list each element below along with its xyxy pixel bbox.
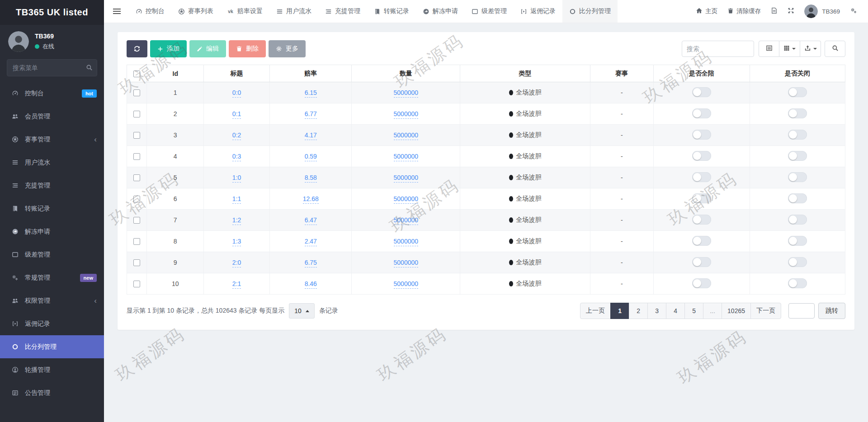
title-link[interactable]: 0:2 bbox=[232, 131, 241, 140]
table-search-input[interactable] bbox=[682, 41, 754, 57]
sidebar-item-用户流水[interactable]: 用户流水 bbox=[0, 151, 104, 174]
edit-button[interactable]: 编辑 bbox=[189, 40, 226, 57]
odds-link[interactable]: 2.47 bbox=[305, 238, 317, 246]
sidebar-item-控制台[interactable]: 控制台 hot bbox=[0, 82, 104, 105]
col-header-closed[interactable]: 是否关闭 bbox=[750, 65, 845, 82]
close-toggle[interactable] bbox=[788, 108, 807, 118]
menu-toggle-button[interactable] bbox=[112, 5, 122, 18]
title-link[interactable]: 1:2 bbox=[232, 216, 241, 225]
jump-page-input[interactable] bbox=[788, 303, 815, 319]
col-header-title[interactable]: 标题 bbox=[204, 65, 270, 82]
full-pay-toggle[interactable] bbox=[692, 215, 711, 225]
gears-button[interactable] bbox=[850, 7, 857, 15]
col-header-qty[interactable]: 数量 bbox=[352, 65, 460, 82]
qty-link[interactable]: 5000000 bbox=[394, 280, 419, 289]
sidebar-item-常规管理[interactable]: 常规管理 new bbox=[0, 266, 104, 289]
close-toggle[interactable] bbox=[788, 236, 807, 246]
col-header-match[interactable]: 赛事 bbox=[590, 65, 653, 82]
nav-tab-赔率设置[interactable]: vk 赔率设置 bbox=[220, 0, 269, 23]
close-toggle[interactable] bbox=[788, 257, 807, 267]
search-button[interactable] bbox=[825, 41, 845, 57]
title-link[interactable]: 1:3 bbox=[232, 238, 241, 246]
qty-link[interactable]: 5000000 bbox=[394, 259, 419, 267]
qty-link[interactable]: 5000000 bbox=[394, 110, 419, 119]
qty-link[interactable]: 5000000 bbox=[394, 131, 419, 140]
more-button[interactable]: 更多 bbox=[269, 40, 306, 57]
prev-page-button[interactable]: 上一页 bbox=[580, 303, 611, 319]
qty-link[interactable]: 5000000 bbox=[394, 174, 419, 183]
row-checkbox[interactable] bbox=[133, 259, 140, 266]
close-toggle[interactable] bbox=[788, 193, 807, 203]
qty-link[interactable]: 5000000 bbox=[394, 153, 419, 161]
sidebar-item-解冻申请[interactable]: 解冻申请 bbox=[0, 220, 104, 243]
title-link[interactable]: 0:0 bbox=[232, 89, 241, 98]
close-toggle[interactable] bbox=[788, 215, 807, 225]
odds-link[interactable]: 8.58 bbox=[305, 174, 317, 183]
sidebar-item-赛事管理[interactable]: 赛事管理 ‹ bbox=[0, 128, 104, 151]
sidebar-item-充提管理[interactable]: 充提管理 bbox=[0, 174, 104, 197]
row-checkbox[interactable] bbox=[133, 196, 140, 202]
export-button[interactable] bbox=[800, 41, 821, 57]
page-button-5[interactable]: 5 bbox=[684, 303, 703, 319]
col-header-full-pay[interactable]: 是否全陪 bbox=[653, 65, 750, 82]
qty-link[interactable]: 5000000 bbox=[394, 195, 419, 204]
page-button-1[interactable]: 1 bbox=[610, 303, 629, 319]
full-pay-toggle[interactable] bbox=[692, 257, 711, 267]
nav-tab-比分列管理[interactable]: 比分列管理 bbox=[562, 0, 618, 23]
page-button-10265[interactable]: 10265 bbox=[722, 303, 751, 319]
fullscreen-button[interactable] bbox=[788, 7, 794, 15]
row-checkbox[interactable] bbox=[133, 238, 140, 245]
col-header-odds[interactable]: 赔率 bbox=[270, 65, 352, 82]
jump-button[interactable]: 跳转 bbox=[818, 303, 845, 319]
title-link[interactable]: 1:1 bbox=[232, 195, 241, 204]
row-checkbox[interactable] bbox=[133, 174, 140, 181]
delete-button[interactable]: 删除 bbox=[229, 40, 266, 57]
qty-link[interactable]: 5000000 bbox=[394, 89, 419, 98]
full-pay-toggle[interactable] bbox=[692, 236, 711, 246]
nav-tab-充提管理[interactable]: 充提管理 bbox=[318, 0, 367, 23]
sidebar-item-返佣记录[interactable]: 返佣记录 bbox=[0, 312, 104, 335]
page-button-4[interactable]: 4 bbox=[666, 303, 685, 319]
row-checkbox[interactable] bbox=[133, 217, 140, 224]
full-pay-toggle[interactable] bbox=[692, 278, 711, 288]
close-toggle[interactable] bbox=[788, 87, 807, 97]
odds-link[interactable]: 12.68 bbox=[303, 195, 319, 204]
full-pay-toggle[interactable] bbox=[692, 108, 711, 118]
page-button-2[interactable]: 2 bbox=[629, 303, 648, 319]
row-checkbox[interactable] bbox=[133, 153, 140, 160]
odds-link[interactable]: 4.17 bbox=[305, 131, 317, 140]
sidebar-item-级差管理[interactable]: 级差管理 bbox=[0, 243, 104, 266]
qty-link[interactable]: 5000000 bbox=[394, 238, 419, 246]
detail-view-button[interactable] bbox=[759, 41, 779, 57]
qty-link[interactable]: 5000000 bbox=[394, 216, 419, 225]
nav-tab-用户流水[interactable]: 用户流水 bbox=[269, 0, 318, 23]
page-size-select[interactable]: 10 bbox=[289, 303, 315, 319]
full-pay-toggle[interactable] bbox=[692, 151, 711, 161]
odds-link[interactable]: 8.46 bbox=[305, 280, 317, 289]
full-pay-toggle[interactable] bbox=[692, 87, 711, 97]
title-link[interactable]: 2:1 bbox=[232, 280, 241, 289]
sidebar-item-公告管理[interactable]: 公告管理 bbox=[0, 381, 104, 404]
sidebar-search-input[interactable] bbox=[7, 59, 97, 76]
nav-tab-转账记录[interactable]: 转账记录 bbox=[367, 0, 416, 23]
col-header-id[interactable]: Id bbox=[147, 65, 204, 82]
title-link[interactable]: 0:1 bbox=[232, 110, 241, 119]
close-toggle[interactable] bbox=[788, 278, 807, 288]
select-all-checkbox[interactable] bbox=[133, 70, 140, 77]
close-toggle[interactable] bbox=[788, 130, 807, 140]
refresh-button[interactable] bbox=[127, 40, 147, 57]
sidebar-item-转账记录[interactable]: 转账记录 bbox=[0, 197, 104, 220]
clear-cache-link[interactable]: 清除缓存 bbox=[727, 7, 761, 15]
title-link[interactable]: 0:3 bbox=[232, 153, 241, 161]
nav-tab-控制台[interactable]: 控制台 bbox=[129, 0, 171, 23]
odds-link[interactable]: 6.75 bbox=[305, 259, 317, 267]
sidebar-item-比分列管理[interactable]: 比分列管理 bbox=[0, 335, 104, 358]
full-pay-toggle[interactable] bbox=[692, 130, 711, 140]
odds-link[interactable]: 6.47 bbox=[305, 216, 317, 225]
row-checkbox[interactable] bbox=[133, 132, 140, 139]
next-page-button[interactable]: 下一页 bbox=[750, 303, 781, 319]
odds-link[interactable]: 0.59 bbox=[305, 153, 317, 161]
home-link[interactable]: 主页 bbox=[696, 7, 717, 15]
page-button-3[interactable]: 3 bbox=[647, 303, 666, 319]
row-checkbox[interactable] bbox=[133, 111, 140, 117]
